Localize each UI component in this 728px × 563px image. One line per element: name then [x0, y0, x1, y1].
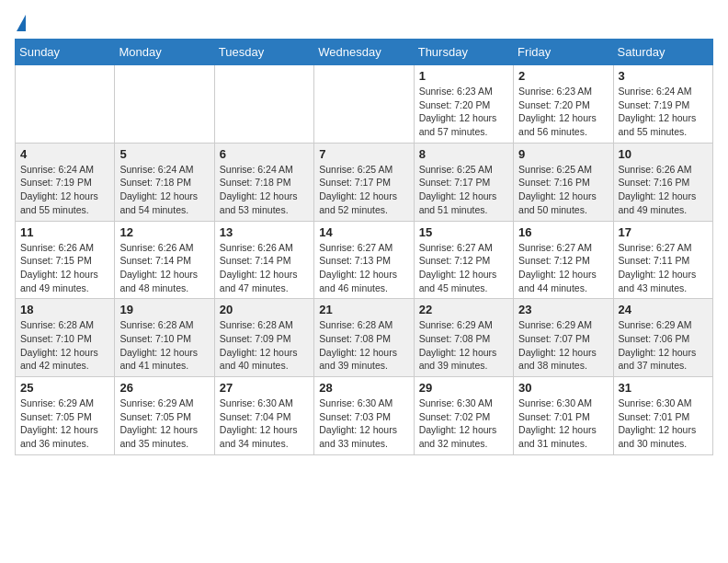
calendar-cell: 11Sunrise: 6:26 AM Sunset: 7:15 PM Dayli… — [16, 221, 115, 299]
day-number: 9 — [518, 147, 608, 161]
day-number: 30 — [518, 381, 608, 395]
calendar-cell: 28Sunrise: 6:30 AM Sunset: 7:03 PM Dayli… — [314, 377, 414, 455]
calendar-week-row: 18Sunrise: 6:28 AM Sunset: 7:10 PM Dayli… — [16, 299, 713, 377]
logo-triangle-icon — [17, 15, 26, 31]
calendar-cell: 18Sunrise: 6:28 AM Sunset: 7:10 PM Dayli… — [16, 299, 115, 377]
day-number: 3 — [619, 69, 708, 83]
day-number: 13 — [220, 225, 309, 239]
day-info: Sunrise: 6:25 AM Sunset: 7:17 PM Dayligh… — [319, 163, 408, 217]
day-info: Sunrise: 6:30 AM Sunset: 7:02 PM Dayligh… — [419, 396, 508, 451]
col-header-monday: Monday — [115, 40, 214, 65]
calendar-cell: 12Sunrise: 6:26 AM Sunset: 7:14 PM Dayli… — [115, 221, 214, 299]
day-number: 20 — [220, 303, 309, 316]
day-info: Sunrise: 6:25 AM Sunset: 7:17 PM Dayligh… — [419, 163, 508, 217]
calendar-week-row: 11Sunrise: 6:26 AM Sunset: 7:15 PM Dayli… — [16, 221, 713, 299]
day-info: Sunrise: 6:24 AM Sunset: 7:18 PM Dayligh… — [119, 163, 209, 217]
calendar-cell: 6Sunrise: 6:24 AM Sunset: 7:18 PM Daylig… — [214, 143, 313, 221]
day-info: Sunrise: 6:28 AM Sunset: 7:10 PM Dayligh… — [119, 318, 209, 373]
col-header-saturday: Saturday — [613, 40, 712, 65]
calendar-cell — [214, 65, 313, 144]
day-number: 23 — [518, 303, 608, 316]
day-info: Sunrise: 6:26 AM Sunset: 7:14 PM Dayligh… — [119, 241, 209, 295]
page-header — [15, 15, 713, 31]
day-info: Sunrise: 6:28 AM Sunset: 7:10 PM Dayligh… — [20, 318, 109, 373]
calendar-cell: 4Sunrise: 6:24 AM Sunset: 7:19 PM Daylig… — [16, 143, 115, 221]
col-header-thursday: Thursday — [414, 40, 513, 65]
calendar-cell: 27Sunrise: 6:30 AM Sunset: 7:04 PM Dayli… — [214, 377, 313, 455]
calendar-cell: 29Sunrise: 6:30 AM Sunset: 7:02 PM Dayli… — [414, 377, 513, 455]
day-info: Sunrise: 6:24 AM Sunset: 7:18 PM Dayligh… — [220, 163, 309, 217]
day-number: 7 — [319, 147, 408, 161]
col-header-tuesday: Tuesday — [214, 40, 313, 65]
calendar-cell: 20Sunrise: 6:28 AM Sunset: 7:09 PM Dayli… — [214, 299, 313, 377]
day-info: Sunrise: 6:24 AM Sunset: 7:19 PM Dayligh… — [619, 85, 708, 139]
logo — [15, 15, 26, 31]
day-info: Sunrise: 6:28 AM Sunset: 7:08 PM Dayligh… — [319, 318, 408, 373]
day-info: Sunrise: 6:24 AM Sunset: 7:19 PM Dayligh… — [20, 163, 109, 217]
day-info: Sunrise: 6:29 AM Sunset: 7:05 PM Dayligh… — [119, 396, 209, 451]
day-info: Sunrise: 6:29 AM Sunset: 7:08 PM Dayligh… — [419, 318, 508, 373]
day-info: Sunrise: 6:23 AM Sunset: 7:20 PM Dayligh… — [419, 85, 508, 139]
day-info: Sunrise: 6:30 AM Sunset: 7:01 PM Dayligh… — [518, 396, 608, 451]
col-header-wednesday: Wednesday — [314, 40, 414, 65]
calendar-cell: 31Sunrise: 6:30 AM Sunset: 7:01 PM Dayli… — [613, 377, 712, 455]
day-info: Sunrise: 6:27 AM Sunset: 7:13 PM Dayligh… — [319, 241, 408, 295]
calendar-cell: 9Sunrise: 6:25 AM Sunset: 7:16 PM Daylig… — [514, 143, 613, 221]
col-header-sunday: Sunday — [16, 40, 115, 65]
day-number: 10 — [619, 147, 708, 161]
calendar-week-row: 1Sunrise: 6:23 AM Sunset: 7:20 PM Daylig… — [16, 65, 713, 144]
day-number: 12 — [119, 225, 209, 239]
day-info: Sunrise: 6:30 AM Sunset: 7:01 PM Dayligh… — [619, 396, 708, 451]
day-number: 26 — [119, 381, 209, 395]
day-info: Sunrise: 6:26 AM Sunset: 7:14 PM Dayligh… — [220, 241, 309, 295]
calendar-cell: 8Sunrise: 6:25 AM Sunset: 7:17 PM Daylig… — [414, 143, 513, 221]
calendar-week-row: 25Sunrise: 6:29 AM Sunset: 7:05 PM Dayli… — [16, 377, 713, 455]
calendar-cell: 1Sunrise: 6:23 AM Sunset: 7:20 PM Daylig… — [414, 65, 513, 144]
day-info: Sunrise: 6:27 AM Sunset: 7:12 PM Dayligh… — [518, 241, 608, 295]
day-info: Sunrise: 6:26 AM Sunset: 7:15 PM Dayligh… — [20, 241, 109, 295]
day-number: 21 — [319, 303, 408, 316]
day-number: 17 — [619, 225, 708, 239]
calendar-cell: 14Sunrise: 6:27 AM Sunset: 7:13 PM Dayli… — [314, 221, 414, 299]
calendar-cell: 7Sunrise: 6:25 AM Sunset: 7:17 PM Daylig… — [314, 143, 414, 221]
day-number: 18 — [20, 303, 109, 316]
calendar-cell: 17Sunrise: 6:27 AM Sunset: 7:11 PM Dayli… — [613, 221, 712, 299]
day-number: 29 — [419, 381, 508, 395]
day-number: 31 — [619, 381, 708, 395]
day-number: 11 — [20, 225, 109, 239]
day-number: 5 — [119, 147, 209, 161]
day-info: Sunrise: 6:27 AM Sunset: 7:11 PM Dayligh… — [619, 241, 708, 295]
day-number: 22 — [419, 303, 508, 316]
day-info: Sunrise: 6:29 AM Sunset: 7:06 PM Dayligh… — [619, 318, 708, 373]
day-number: 14 — [319, 225, 408, 239]
day-info: Sunrise: 6:29 AM Sunset: 7:07 PM Dayligh… — [518, 318, 608, 373]
calendar-cell — [314, 65, 414, 144]
day-info: Sunrise: 6:29 AM Sunset: 7:05 PM Dayligh… — [20, 396, 109, 451]
day-number: 8 — [419, 147, 508, 161]
day-info: Sunrise: 6:30 AM Sunset: 7:03 PM Dayligh… — [319, 396, 408, 451]
calendar-cell — [16, 65, 115, 144]
calendar-cell: 22Sunrise: 6:29 AM Sunset: 7:08 PM Dayli… — [414, 299, 513, 377]
calendar-cell: 23Sunrise: 6:29 AM Sunset: 7:07 PM Dayli… — [514, 299, 613, 377]
day-number: 16 — [518, 225, 608, 239]
calendar-cell: 15Sunrise: 6:27 AM Sunset: 7:12 PM Dayli… — [414, 221, 513, 299]
day-number: 15 — [419, 225, 508, 239]
day-info: Sunrise: 6:27 AM Sunset: 7:12 PM Dayligh… — [419, 241, 508, 295]
day-number: 24 — [619, 303, 708, 316]
calendar-cell: 21Sunrise: 6:28 AM Sunset: 7:08 PM Dayli… — [314, 299, 414, 377]
calendar-cell: 13Sunrise: 6:26 AM Sunset: 7:14 PM Dayli… — [214, 221, 313, 299]
calendar-cell: 30Sunrise: 6:30 AM Sunset: 7:01 PM Dayli… — [514, 377, 613, 455]
day-info: Sunrise: 6:30 AM Sunset: 7:04 PM Dayligh… — [220, 396, 309, 451]
day-info: Sunrise: 6:28 AM Sunset: 7:09 PM Dayligh… — [220, 318, 309, 373]
calendar-cell: 10Sunrise: 6:26 AM Sunset: 7:16 PM Dayli… — [613, 143, 712, 221]
calendar-cell: 16Sunrise: 6:27 AM Sunset: 7:12 PM Dayli… — [514, 221, 613, 299]
calendar-week-row: 4Sunrise: 6:24 AM Sunset: 7:19 PM Daylig… — [16, 143, 713, 221]
day-number: 6 — [220, 147, 309, 161]
day-number: 27 — [220, 381, 309, 395]
calendar-cell — [115, 65, 214, 144]
calendar-cell: 2Sunrise: 6:23 AM Sunset: 7:20 PM Daylig… — [514, 65, 613, 144]
calendar-header-row: SundayMondayTuesdayWednesdayThursdayFrid… — [16, 40, 713, 65]
calendar-cell: 5Sunrise: 6:24 AM Sunset: 7:18 PM Daylig… — [115, 143, 214, 221]
col-header-friday: Friday — [514, 40, 613, 65]
calendar-cell: 19Sunrise: 6:28 AM Sunset: 7:10 PM Dayli… — [115, 299, 214, 377]
